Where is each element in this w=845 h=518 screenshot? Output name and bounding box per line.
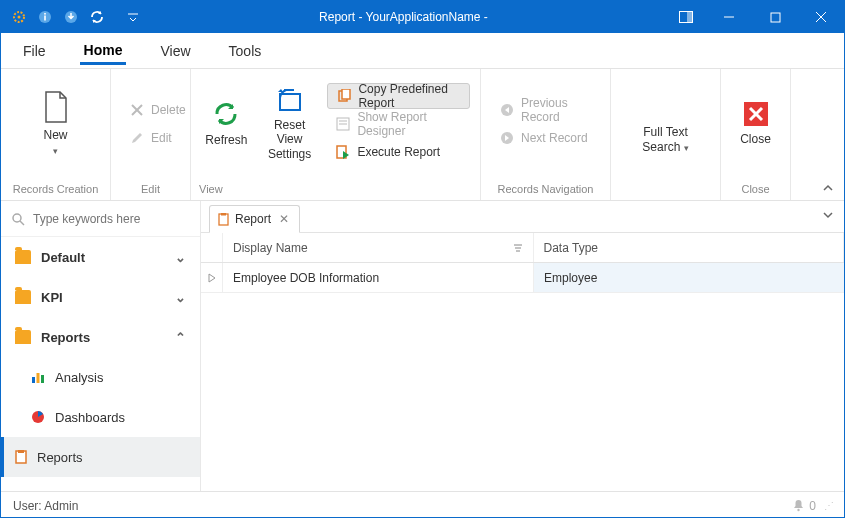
sidebar-search[interactable] xyxy=(1,201,200,237)
previous-record-button: Previous Record xyxy=(491,97,600,123)
svg-rect-7 xyxy=(687,12,692,22)
column-header-datatype[interactable]: Data Type xyxy=(534,233,845,262)
sidebar-item-dashboards[interactable]: Dashboards xyxy=(1,397,200,437)
designer-icon xyxy=(335,116,351,132)
menu-tools[interactable]: Tools xyxy=(225,37,266,65)
chevron-down-icon: ⌄ xyxy=(175,290,186,305)
gear-icon[interactable] xyxy=(11,9,27,25)
row-expand-toggle[interactable] xyxy=(201,263,223,292)
status-user: User: Admin xyxy=(13,499,78,513)
new-label: New xyxy=(43,128,67,142)
delete-icon xyxy=(129,102,145,118)
grid-header: Display Name Data Type xyxy=(201,233,844,263)
ribbon-group-records-creation: New▾ Records Creation xyxy=(1,69,111,200)
ribbon-group-edit: Delete Edit Edit xyxy=(111,69,191,200)
download-icon[interactable] xyxy=(63,9,79,25)
refresh-button[interactable]: Refresh xyxy=(201,99,252,147)
execute-report-button[interactable]: Execute Report xyxy=(327,139,470,165)
sidebar-label: Dashboards xyxy=(55,410,125,425)
sidebar-item-kpi[interactable]: KPI ⌄ xyxy=(1,277,200,317)
edit-button: Edit xyxy=(121,125,194,151)
statusbar: User: Admin 0 ⋰ xyxy=(1,491,844,518)
refresh-icon[interactable] xyxy=(89,9,105,25)
delete-label: Delete xyxy=(151,103,186,117)
close-button[interactable]: Close xyxy=(731,100,780,146)
svg-point-26 xyxy=(13,214,21,222)
maximize-button[interactable] xyxy=(752,1,798,33)
bell-icon xyxy=(792,499,805,512)
tabstrip: Report ✕ xyxy=(201,201,844,233)
copy-predefined-label: Copy Predefined Report xyxy=(358,82,461,110)
menu-file[interactable]: File xyxy=(19,37,50,65)
sidebar-label: Reports xyxy=(37,450,83,465)
menu-home[interactable]: Home xyxy=(80,36,127,65)
reset-view-label: Reset View Settings xyxy=(262,118,318,161)
data-grid: Display Name Data Type Employee DOB Info… xyxy=(201,233,844,491)
resize-grip-icon[interactable]: ⋰ xyxy=(824,500,832,511)
info-icon[interactable] xyxy=(37,9,53,25)
chevron-up-icon: ⌃ xyxy=(175,330,186,345)
search-input[interactable] xyxy=(33,212,190,226)
ribbon-group-label: Edit xyxy=(111,178,190,200)
qat-overflow-icon[interactable] xyxy=(125,12,141,22)
next-record-button: Next Record xyxy=(491,125,600,151)
svg-rect-9 xyxy=(771,13,780,22)
ribbon-collapse-icon[interactable] xyxy=(822,182,834,194)
execute-icon xyxy=(335,144,351,160)
folder-icon xyxy=(15,330,31,344)
fulltext-search-button[interactable]: Full Text Search ▾ xyxy=(626,93,706,154)
fulltext-label: Full Text Search xyxy=(642,125,687,153)
column-label: Display Name xyxy=(233,241,308,255)
sidebar-label: KPI xyxy=(41,290,63,305)
window-title: Report - YourApplicationName - xyxy=(141,10,666,24)
svg-rect-16 xyxy=(342,89,350,99)
svg-rect-34 xyxy=(219,214,228,225)
minimize-button[interactable] xyxy=(706,1,752,33)
copy-predefined-report-button[interactable]: Copy Predefined Report xyxy=(327,83,470,109)
ribbon: New▾ Records Creation Delete Edit Edit R… xyxy=(1,69,844,201)
edit-label: Edit xyxy=(151,131,172,145)
ribbon-group-label: View xyxy=(191,178,480,200)
quick-access-toolbar xyxy=(1,9,141,25)
dock-icon[interactable] xyxy=(666,11,706,23)
svg-rect-33 xyxy=(18,450,24,453)
clipboard-icon xyxy=(218,213,229,226)
chart-bars-icon xyxy=(31,370,45,384)
new-button[interactable]: New▾ xyxy=(26,90,86,157)
reset-view-button[interactable]: Reset View Settings xyxy=(262,86,318,161)
svg-rect-30 xyxy=(41,375,44,383)
tab-report[interactable]: Report ✕ xyxy=(209,205,300,233)
sidebar-item-default[interactable]: Default ⌄ xyxy=(1,237,200,277)
tab-close-button[interactable]: ✕ xyxy=(277,212,291,226)
notifications-button[interactable]: 0 xyxy=(792,499,816,513)
prev-label: Previous Record xyxy=(521,96,592,124)
tab-dropdown-icon[interactable] xyxy=(822,209,834,221)
menu-view[interactable]: View xyxy=(156,37,194,65)
svg-rect-28 xyxy=(32,377,35,383)
window-controls xyxy=(706,1,844,33)
close-window-button[interactable] xyxy=(798,1,844,33)
menubar: File Home View Tools xyxy=(1,33,844,69)
chevron-down-icon: ▾ xyxy=(684,143,689,153)
ribbon-group-view: Refresh Reset View Settings Copy Predefi… xyxy=(191,69,481,200)
sidebar-item-reports[interactable]: Reports ⌃ xyxy=(1,317,200,357)
show-designer-label: Show Report Designer xyxy=(357,110,462,138)
svg-rect-29 xyxy=(37,373,40,383)
cell-datatype: Employee xyxy=(534,263,844,292)
ribbon-group-label: Records Navigation xyxy=(481,178,610,200)
sort-icon[interactable] xyxy=(513,243,523,253)
sidebar-item-analysis[interactable]: Analysis xyxy=(1,357,200,397)
svg-point-39 xyxy=(798,509,800,511)
folder-icon xyxy=(15,250,31,264)
sidebar-label: Analysis xyxy=(55,370,103,385)
ribbon-group-close: Close Close xyxy=(721,69,791,200)
ribbon-group-label xyxy=(611,178,720,200)
ribbon-group-label: Records Creation xyxy=(1,178,110,200)
sidebar-item-reports-child[interactable]: Reports xyxy=(1,437,200,477)
ribbon-group-records-nav: Previous Record Next Record Records Navi… xyxy=(481,69,611,200)
svg-rect-3 xyxy=(44,16,46,21)
column-header-displayname[interactable]: Display Name xyxy=(223,233,534,262)
copy-icon xyxy=(336,88,352,104)
execute-label: Execute Report xyxy=(357,145,440,159)
table-row[interactable]: Employee DOB Information Employee xyxy=(201,263,844,293)
